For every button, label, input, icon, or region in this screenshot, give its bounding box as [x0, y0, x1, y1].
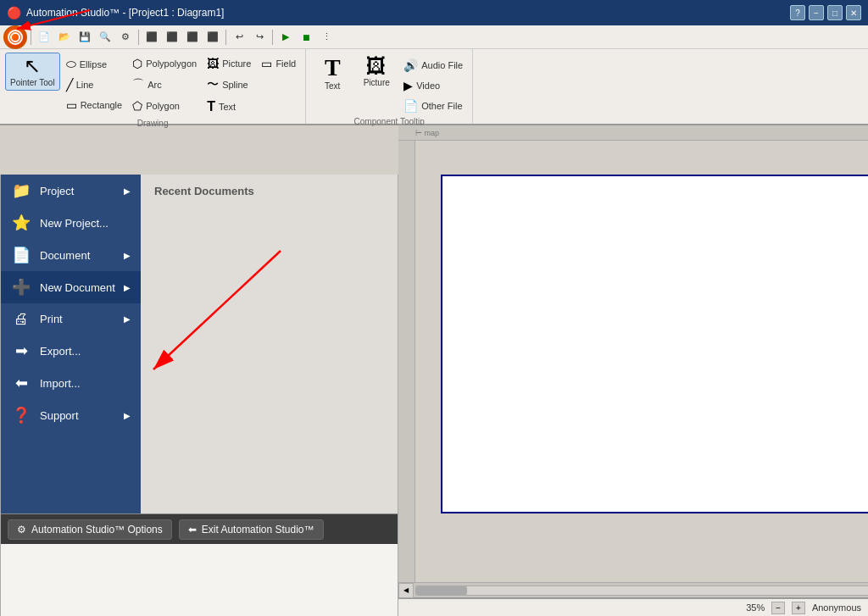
horizontal-scrollbar[interactable]: ◀ ▶ [398, 582, 868, 597]
polypolygon-icon: ⬡ [132, 57, 142, 70]
support-icon: ❓ [11, 406, 31, 425]
audio-button[interactable]: 🔊 Audio File [399, 56, 467, 75]
ribbon-drawing-content: ↖ Pointer Tool ⬭ Ellipse ╱ Line ▭ Rectan… [5, 53, 300, 117]
toolbar-btn-new[interactable]: 📄 [35, 28, 53, 47]
menu-item-export[interactable]: ➡ Export... [1, 335, 141, 367]
text-tool-button[interactable]: T Text [203, 97, 255, 117]
toolbar-btn-save[interactable]: 💾 [75, 28, 94, 47]
print-arrow: ▶ [124, 314, 131, 324]
ellipse-tool-button[interactable]: ⬭ Ellipse [62, 54, 127, 74]
menu-item-document[interactable]: 📄 Document ▶ [1, 239, 141, 271]
window-title: Automation Studio™ - [Project1 : Diagram… [26, 7, 224, 19]
video-icon: ▶ [403, 79, 413, 92]
recent-docs-title: Recent Documents [147, 181, 391, 204]
help-btn[interactable]: ? [790, 5, 805, 20]
ellipse-icon: ⬭ [66, 57, 76, 71]
exit-icon: ⬅ [188, 524, 197, 536]
toolbar-btn-prev2[interactable]: ⬛ [163, 28, 181, 47]
diagram-canvas-area[interactable] [415, 141, 868, 582]
main-content-row: 📁 Project ▶ ⭐ New Project... 📄 Document … [0, 125, 868, 597]
line-tool-button[interactable]: ╱ Line [62, 75, 127, 94]
export-icon: ➡ [11, 341, 31, 360]
menu-item-new-document[interactable]: ➕ New Document ▶ [1, 271, 141, 303]
menu-item-import[interactable]: ⬅ Import... [1, 367, 141, 399]
polypolygon-tool-button[interactable]: ⬡ Polypolygon [128, 54, 201, 73]
toolbar-btn-stop[interactable]: ⏹ [297, 28, 315, 47]
ribbon: ↖ Pointer Tool ⬭ Ellipse ╱ Line ▭ Rectan… [0, 49, 868, 125]
pointer-icon: ↖ [24, 56, 41, 76]
status-right: 35% − + Anonymous [746, 602, 861, 614]
new-document-arrow: ▶ [124, 283, 131, 292]
picture-tooltip-button[interactable]: 🖼 Picture [355, 53, 398, 91]
drawing-group-label: Drawing [5, 117, 300, 128]
close-btn[interactable]: ✕ [846, 5, 861, 20]
picture-icon: 🖼 [207, 57, 219, 70]
rectangle-tool-button[interactable]: ▭ Rectangle [62, 96, 127, 114]
toolbar-row1: 📄 📂 💾 🔍 ⚙ ⬛ ⬛ ⬛ ⬛ ↩ ↪ ▶ ⏹ ⋮ [0, 25, 868, 49]
maximize-btn[interactable]: □ [827, 5, 843, 20]
canvas-area-wrapper: ⊢ map ▲ ▼ ◀ ▶ [398, 125, 868, 597]
recent-docs-area: Recent Documents [141, 175, 398, 513]
separator [31, 30, 31, 45]
toolbar-btn-open[interactable]: 📂 [55, 28, 74, 47]
menu-item-support[interactable]: ❓ Support ▶ [1, 399, 141, 431]
project-arrow: ▶ [124, 186, 131, 196]
polygon-icon: ⬠ [132, 99, 142, 113]
h-scroll-track[interactable] [415, 585, 868, 596]
project-icon: 📁 [11, 181, 31, 200]
scroll-left-btn[interactable]: ◀ [398, 583, 414, 598]
left-menu-panel: 📁 Project ▶ ⭐ New Project... 📄 Document … [0, 175, 398, 616]
import-icon: ⬅ [11, 374, 31, 392]
options-button[interactable]: ⚙ Automation Studio™ Options [8, 519, 172, 540]
text-tooltip-button[interactable]: T Text [311, 53, 353, 94]
separator3 [225, 30, 226, 45]
menu-sidebar: 📁 Project ▶ ⭐ New Project... 📄 Document … [1, 175, 141, 513]
ribbon-col-2: ⬭ Ellipse ╱ Line ▭ Rectangle [62, 53, 127, 114]
toolbar-btn-settings[interactable]: ⚙ [116, 28, 135, 47]
polygon-tool-button[interactable]: ⬠ Polygon [128, 97, 201, 115]
toolbar-btn-run[interactable]: ▶ [276, 28, 295, 47]
app-logo-button[interactable] [3, 25, 27, 49]
status-zoom: 35% [746, 602, 765, 613]
menu-item-new-project[interactable]: ⭐ New Project... [1, 207, 141, 239]
title-bar-controls: ? − □ ✕ [790, 5, 861, 20]
zoom-in-btn[interactable]: + [792, 602, 805, 614]
ribbon-group-drawing: ↖ Pointer Tool ⬭ Ellipse ╱ Line ▭ Rectan… [0, 49, 306, 124]
tooltip-col-1: T Text [311, 53, 353, 94]
other-file-icon: 📄 [403, 99, 418, 113]
arc-icon: ⌒ [132, 77, 144, 92]
picture-tool-button[interactable]: 🖼 Picture [203, 54, 255, 73]
app-icon: 🔴 [7, 6, 21, 19]
toolbar-btn-redo[interactable]: ↪ [250, 28, 269, 47]
video-button[interactable]: ▶ Video [399, 76, 467, 95]
minimize-btn[interactable]: − [809, 5, 824, 20]
separator4 [272, 30, 273, 45]
toolbar-btn-prev4[interactable]: ⬛ [203, 28, 222, 47]
diagram-paper[interactable] [441, 175, 868, 513]
h-scroll-thumb[interactable] [416, 586, 467, 595]
tooltip-col-3: 🔊 Audio File ▶ Video 📄 Other File [399, 53, 467, 115]
menu-item-project[interactable]: 📁 Project ▶ [1, 175, 141, 207]
svg-line-3 [153, 251, 281, 369]
arc-tool-button[interactable]: ⌒ Arc [128, 75, 201, 95]
toolbar-btn-search[interactable]: 🔍 [96, 28, 114, 47]
rectangle-icon: ▭ [66, 98, 77, 112]
picture-tooltip-icon: 🖼 [366, 56, 387, 76]
toolbar-btn-extra[interactable]: ⋮ [317, 28, 336, 47]
menu-item-print[interactable]: 🖨 Print ▶ [1, 303, 141, 335]
toolbar-btn-prev3[interactable]: ⬛ [183, 28, 202, 47]
new-project-icon: ⭐ [11, 214, 31, 232]
other-file-button[interactable]: 📄 Other File [399, 97, 467, 115]
pointer-tool-button[interactable]: ↖ Pointer Tool [5, 53, 60, 91]
zoom-out-btn[interactable]: − [771, 602, 785, 614]
options-icon: ⚙ [17, 524, 26, 536]
audio-icon: 🔊 [403, 58, 418, 72]
field-tool-button[interactable]: ▭ Field [257, 54, 300, 73]
spline-tool-button[interactable]: 〜 Spline [203, 75, 255, 95]
exit-button[interactable]: ⬅ Exit Automation Studio™ [179, 519, 324, 540]
toolbar-btn-prev1[interactable]: ⬛ [142, 28, 161, 47]
toolbar-btn-undo[interactable]: ↩ [230, 28, 248, 47]
print-icon: 🖨 [11, 310, 31, 328]
menu-container: 📁 Project ▶ ⭐ New Project... 📄 Document … [1, 175, 398, 513]
text-icon: T [207, 99, 215, 114]
